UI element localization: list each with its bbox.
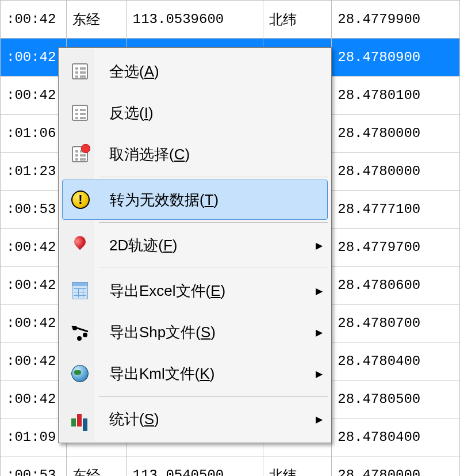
time-cell[interactable]: :00:42 [1, 229, 67, 266]
longitude-label-cell[interactable]: 东经 [66, 456, 126, 477]
latitude-label-cell[interactable]: 北纬 [263, 1, 332, 39]
time-cell[interactable]: :00:53 [1, 456, 67, 477]
menu-separator [99, 396, 328, 397]
pin-icon [74, 236, 86, 254]
warning-icon: ! [71, 191, 90, 209]
list-icon [72, 105, 88, 121]
longitude-cell[interactable]: 113.0539600 [126, 1, 263, 39]
submenu-arrow-icon: ▶ [310, 368, 328, 379]
menu-label: 2D轨迹(F) [98, 235, 310, 256]
time-cell[interactable]: :00:42 [1, 266, 67, 304]
menu-label: 导出Kml文件(K) [98, 364, 310, 384]
menu-select-all[interactable]: 全选(A) [62, 51, 328, 92]
menu-export-excel[interactable]: 导出Excel文件(E) ▶ [62, 271, 328, 311]
latitude-cell[interactable]: 28.4780000 [332, 456, 460, 477]
menu-2d-track[interactable]: 2D轨迹(F) ▶ [62, 225, 328, 265]
menu-statistics[interactable]: 统计(S) ▶ [62, 399, 328, 439]
latitude-cell[interactable]: 28.4780600 [332, 266, 460, 304]
time-cell[interactable]: :00:53 [1, 191, 67, 229]
time-cell[interactable]: :00:42 [1, 1, 67, 39]
list-icon [72, 63, 88, 79]
longitude-cell[interactable]: 113.0540500 [126, 456, 263, 477]
latitude-cell[interactable]: 28.4780400 [332, 418, 460, 456]
menu-cancel-selection[interactable]: 取消选择(C) [62, 134, 328, 174]
latitude-cell[interactable]: 28.4780000 [332, 153, 460, 191]
longitude-label-cell[interactable]: 东经 [66, 1, 126, 39]
time-cell[interactable]: :00:42 [1, 77, 67, 115]
menu-separator [99, 268, 328, 268]
excel-icon [72, 282, 88, 299]
menu-export-kml[interactable]: 导出Kml文件(K) ▶ [62, 353, 328, 394]
menu-separator [99, 222, 328, 223]
latitude-label-cell[interactable]: 北纬 [263, 456, 332, 477]
time-cell[interactable]: :01:06 [1, 115, 67, 153]
submenu-arrow-icon: ▶ [310, 327, 328, 338]
menu-invert-selection[interactable]: 反选(I) [62, 93, 328, 133]
time-cell[interactable]: :00:42 [1, 380, 67, 418]
shp-icon [71, 325, 89, 340]
time-cell[interactable]: :01:23 [1, 153, 67, 191]
submenu-arrow-icon: ▶ [310, 240, 328, 251]
menu-label: 转为无效数据(T) [98, 190, 327, 210]
submenu-arrow-icon: ▶ [310, 285, 328, 296]
latitude-cell[interactable]: 28.4779900 [332, 1, 460, 39]
table-row[interactable]: :00:53东经113.0540500北纬28.4780000 [1, 456, 460, 477]
latitude-cell[interactable]: 28.4780100 [332, 77, 460, 115]
menu-label: 取消选择(C) [98, 144, 328, 165]
menu-separator [99, 177, 328, 177]
latitude-cell[interactable]: 28.4780900 [332, 39, 460, 77]
table-row[interactable]: :00:42东经113.0539600北纬28.4779900 [1, 1, 460, 39]
list-cancel-icon [72, 146, 88, 162]
latitude-cell[interactable]: 28.4780700 [332, 304, 460, 342]
menu-label: 导出Shp文件(S) [98, 322, 310, 342]
stats-icon [71, 412, 89, 427]
menu-label: 导出Excel文件(E) [98, 281, 310, 301]
time-cell[interactable]: :00:42 [1, 39, 67, 77]
time-cell[interactable]: :01:09 [1, 418, 67, 456]
latitude-cell[interactable]: 28.4779700 [332, 229, 460, 266]
menu-to-invalid[interactable]: ! 转为无效数据(T) [62, 180, 328, 220]
menu-label: 统计(S) [98, 409, 310, 429]
menu-label: 反选(I) [98, 103, 328, 123]
earth-icon [71, 365, 89, 382]
submenu-arrow-icon: ▶ [310, 414, 328, 425]
latitude-cell[interactable]: 28.4780000 [332, 115, 460, 153]
latitude-cell[interactable]: 28.4777100 [332, 191, 460, 229]
latitude-cell[interactable]: 28.4780400 [332, 342, 460, 380]
context-menu: 全选(A) 反选(I) 取消选择(C) ! 转为无效数据(T) 2D轨迹(F) … [58, 47, 332, 443]
time-cell[interactable]: :00:42 [1, 342, 67, 380]
menu-export-shp[interactable]: 导出Shp文件(S) ▶ [62, 312, 328, 352]
latitude-cell[interactable]: 28.4780500 [332, 380, 460, 418]
menu-label: 全选(A) [98, 62, 328, 82]
time-cell[interactable]: :00:42 [1, 304, 67, 342]
